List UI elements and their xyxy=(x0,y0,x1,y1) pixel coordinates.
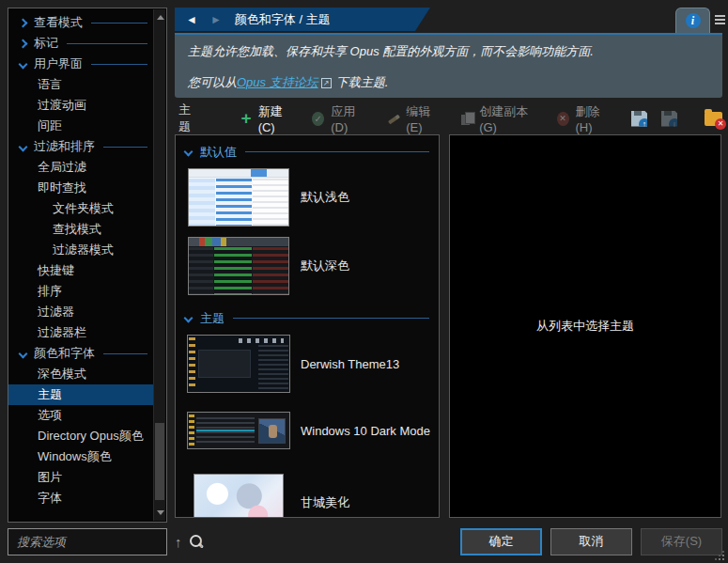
pencil-icon xyxy=(387,111,400,126)
sidebar-item-label: 过滤器栏 xyxy=(38,324,86,341)
sidebar-item-filtering-sorting[interactable]: 过滤和排序 xyxy=(8,136,153,157)
forward-arrow-icon[interactable]: ► xyxy=(210,14,222,25)
sidebar-item-instant-find[interactable]: 即时查找 xyxy=(8,178,153,198)
search-input[interactable] xyxy=(8,535,188,549)
delete-theme-button[interactable]: ✕删除(H) xyxy=(557,103,611,134)
save-button[interactable]: 保存(S) xyxy=(641,528,722,555)
sidebar-item-label: 深色模式 xyxy=(38,366,86,383)
section-header-defaults[interactable]: 默认值 xyxy=(176,140,439,164)
sidebar-item-hotkeys[interactable]: 快捷键 xyxy=(8,260,153,281)
sidebar-item-user-interface[interactable]: 用户界面 xyxy=(8,54,153,74)
section-header-label: 主题 xyxy=(192,310,225,327)
theme-name: Windows 10 Dark Mode xyxy=(301,424,430,438)
sidebar-item-filter-mode[interactable]: 过滤器模式 xyxy=(8,240,153,260)
preferences-window: 查看模式 标记 用户界面 语言 过渡动画 间距 过滤和排序 全局过滤 即时查找 … xyxy=(0,0,728,563)
sidebar-item-sorting[interactable]: 排序 xyxy=(8,281,153,302)
sidebar-item-colors-fonts[interactable]: 颜色和字体 xyxy=(8,343,153,364)
sidebar-item-transitions[interactable]: 过渡动画 xyxy=(8,95,153,116)
sidebar-item-label: 过渡动画 xyxy=(38,97,86,114)
theme-thumbnail xyxy=(188,168,289,227)
theme-item-win10-dark[interactable]: Windows 10 Dark Mode xyxy=(176,399,439,464)
sidebar-item-label: 选项 xyxy=(38,407,62,424)
breadcrumb-tab: ◄ ► 颜色和字体 / 主题 xyxy=(175,8,430,31)
sidebar-item-label: 间距 xyxy=(38,117,62,134)
delete-theme-folder-icon[interactable]: ✕ xyxy=(705,112,722,126)
sidebar-item-dark-mode[interactable]: 深色模式 xyxy=(8,364,153,384)
sidebar-item-labels[interactable]: 标记 xyxy=(8,33,153,54)
sidebar-item-themes[interactable]: 主题 xyxy=(8,384,153,405)
info-text-line2: 您可以从Opus 支持论坛↗下载主题. xyxy=(188,74,709,91)
theme-item-gancheng[interactable]: 甘城美化 xyxy=(176,464,439,518)
toolbar-right-group: ↑ ↓ ✕ xyxy=(631,111,722,127)
move-up-icon[interactable]: ↑ xyxy=(175,534,182,550)
resize-grip[interactable] xyxy=(715,551,724,560)
theme-item-default-dark[interactable]: 默认深色 xyxy=(176,232,439,301)
divider xyxy=(91,23,147,23)
theme-item-default-light[interactable]: 默认浅色 xyxy=(176,164,439,232)
sidebar-item-filter-bar[interactable]: 过滤器栏 xyxy=(8,322,153,343)
theme-name: 甘城美化 xyxy=(301,494,349,511)
sidebar-item-opus-colors[interactable]: Directory Opus颜色 xyxy=(8,426,153,446)
sidebar-item-spacing[interactable]: 间距 xyxy=(8,116,153,136)
export-theme-icon[interactable]: ↓ xyxy=(661,111,677,127)
delete-badge-icon: ✕ xyxy=(715,118,726,130)
apply-theme-button[interactable]: ✓应用(D) xyxy=(312,103,365,134)
section-header-themes[interactable]: 主题 xyxy=(176,306,439,330)
sidebar-item-label: 用户界面 xyxy=(26,55,83,72)
arrow-down-badge-icon: ↓ xyxy=(669,118,680,130)
arrow-up-badge-icon: ↑ xyxy=(639,118,650,130)
back-arrow-icon[interactable]: ◄ xyxy=(186,14,197,25)
sidebar-item-label: 颜色和字体 xyxy=(26,345,95,362)
move-down-icon[interactable]: ↓ xyxy=(198,534,206,550)
info-text-suffix: 下载主题. xyxy=(336,74,389,91)
sidebar-item-label: 排序 xyxy=(38,283,62,300)
preview-empty-message: 从列表中选择主题 xyxy=(536,318,634,335)
info-icon[interactable]: i xyxy=(686,13,701,28)
settings-sidebar: 查看模式 标记 用户界面 语言 过渡动画 间距 过滤和排序 全局过滤 即时查找 … xyxy=(8,8,167,523)
divider xyxy=(103,147,147,148)
copy-icon xyxy=(461,112,472,126)
page-header: ◄ ► 颜色和字体 / 主题 i xyxy=(175,8,722,33)
sidebar-item-find-mode[interactable]: 查找模式 xyxy=(8,219,153,240)
scrollbar-thumb[interactable] xyxy=(155,423,164,500)
sidebar-item-options[interactable]: 选项 xyxy=(8,405,153,426)
theme-toolbar: 主题 +新建(C) ✓应用(D) 编辑(E) 创建副本(G) ✕删除(H) ↑ … xyxy=(175,105,722,132)
scroll-down-icon[interactable] xyxy=(157,510,164,515)
duplicate-theme-button[interactable]: 创建副本(G) xyxy=(461,103,536,134)
new-theme-button[interactable]: +新建(C) xyxy=(241,103,292,134)
ok-button[interactable]: 确定 xyxy=(460,528,542,555)
sidebar-item-images[interactable]: 图片 xyxy=(8,467,153,488)
cancel-button[interactable]: 取消 xyxy=(550,528,632,555)
theme-name: 默认浅色 xyxy=(301,189,349,206)
button-label: 创建副本(G) xyxy=(479,103,536,134)
sidebar-item-folder-mode[interactable]: 文件夹模式 xyxy=(8,198,153,219)
sidebar-item-label: 语言 xyxy=(38,76,62,93)
sidebar-item-label: 全局过滤 xyxy=(38,159,86,176)
support-forum-link[interactable]: Opus 支持论坛 xyxy=(237,74,318,91)
theme-name: 默认深色 xyxy=(301,258,349,274)
sidebar-item-view-modes[interactable]: 查看模式 xyxy=(8,12,153,33)
menu-icon[interactable] xyxy=(715,13,728,26)
sidebar-item-language[interactable]: 语言 xyxy=(8,74,153,95)
dialog-buttons: 确定 取消 保存(S) xyxy=(460,528,722,555)
info-tab[interactable]: i xyxy=(675,8,710,33)
sidebar-item-filters[interactable]: 过滤器 xyxy=(8,302,153,322)
sidebar-item-label: 查找模式 xyxy=(53,221,101,238)
import-theme-icon[interactable]: ↑ xyxy=(631,111,647,127)
divider xyxy=(91,64,147,65)
edit-theme-button[interactable]: 编辑(E) xyxy=(387,103,441,134)
sidebar-item-global-filters[interactable]: 全局过滤 xyxy=(8,157,153,178)
sidebar-item-label: 文件夹模式 xyxy=(53,200,114,217)
theme-name: Derwish Theme13 xyxy=(301,357,399,371)
button-label: 编辑(E) xyxy=(406,103,441,134)
plus-icon: + xyxy=(241,112,252,125)
sidebar-item-fonts[interactable]: 字体 xyxy=(8,488,153,508)
sidebar-item-label: 即时查找 xyxy=(38,180,86,196)
button-label: 应用(D) xyxy=(331,103,365,134)
sidebar-item-windows-colors[interactable]: Windows颜色 xyxy=(8,446,153,467)
scroll-up-icon[interactable] xyxy=(157,15,164,20)
footer-bar: ↑ ↓ 确定 取消 保存(S) xyxy=(175,526,722,556)
divider xyxy=(103,353,147,354)
theme-item-derwish[interactable]: Derwish Theme13 xyxy=(176,330,439,399)
sidebar-scrollbar[interactable] xyxy=(153,9,165,521)
